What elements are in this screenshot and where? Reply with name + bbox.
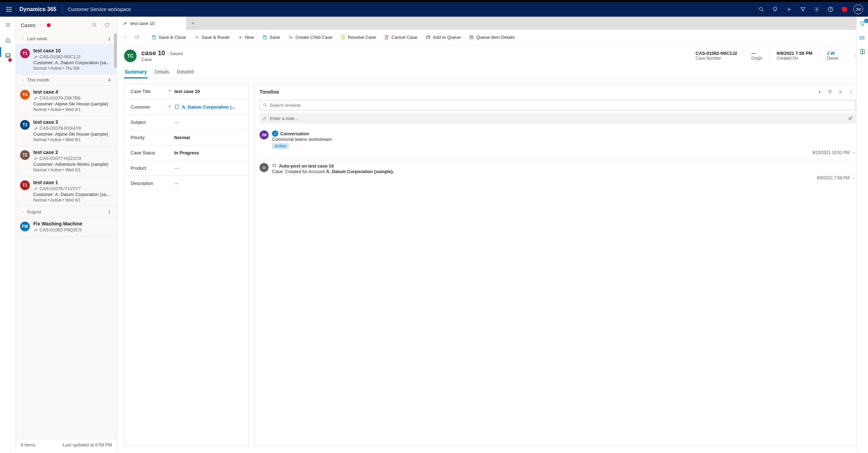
save-route-button[interactable]: Save & Route bbox=[191, 32, 233, 43]
form-row-customer[interactable]: Customer * A. Datum Corporation (... bbox=[124, 99, 248, 115]
resolve-case-button[interactable]: Resolve Case bbox=[337, 32, 379, 43]
form-row-case-title[interactable]: Case Title * test case 10 bbox=[124, 84, 248, 99]
svg-point-9 bbox=[759, 7, 762, 10]
home-button[interactable] bbox=[2, 34, 14, 46]
group-header-this-month[interactable]: This month 4 bbox=[16, 75, 117, 86]
open-new-window-button[interactable] bbox=[132, 32, 142, 43]
case-meta: Normal • Active • Thu 9/9 bbox=[33, 66, 113, 71]
case-list-scroll[interactable]: Last week 1 T1 test case 10 CAS-01082-N0… bbox=[16, 33, 117, 438]
user-menu-button[interactable]: JW bbox=[851, 1, 865, 18]
panel-refresh-button[interactable] bbox=[102, 20, 112, 30]
timeline-item-sub: Communal teams workstream bbox=[272, 137, 856, 142]
help-button[interactable] bbox=[824, 1, 838, 18]
case-item[interactable]: FM Fix Washing Machine CAS-01062-P8Q3C5 bbox=[16, 217, 117, 237]
svg-rect-56 bbox=[263, 167, 265, 169]
svg-point-20 bbox=[93, 23, 96, 26]
group-header-august[interactable]: August 1 bbox=[16, 206, 117, 217]
timeline-search-box[interactable] bbox=[260, 100, 856, 110]
svg-point-14 bbox=[816, 9, 818, 10]
session-tab[interactable]: test case 10 bbox=[117, 17, 186, 30]
meta-owner-label: Owner bbox=[827, 56, 839, 61]
filter-button[interactable] bbox=[796, 1, 810, 18]
svg-point-51 bbox=[850, 90, 851, 91]
smart-assist-button[interactable]: 4 bbox=[857, 19, 868, 29]
form-row-case-status[interactable]: Case Status In Progress bbox=[124, 145, 248, 161]
svg-rect-34 bbox=[427, 36, 430, 39]
save-close-button[interactable]: Save & Close bbox=[148, 32, 190, 43]
group-count: 4 bbox=[108, 77, 112, 83]
workspace-title: Customer Service workspace bbox=[64, 7, 135, 12]
case-item[interactable]: T1 test case 10 CAS-01082-N0C1J2 Custome… bbox=[16, 44, 117, 75]
case-meta: Normal • Active • Wed 9/1 bbox=[33, 168, 113, 172]
form-row-product[interactable]: Product --- bbox=[124, 161, 248, 176]
detail-area: test case 10 Save & Close Save & Route N… bbox=[117, 17, 868, 451]
new-button[interactable]: New bbox=[234, 32, 257, 43]
back-button[interactable] bbox=[120, 32, 130, 43]
assistant-button[interactable] bbox=[768, 1, 782, 18]
case-meta: Normal • Active • Wed 9/1 bbox=[33, 198, 113, 203]
chevron-down-icon[interactable] bbox=[852, 151, 856, 155]
panel-search-button[interactable] bbox=[90, 20, 99, 30]
inbox-icon bbox=[5, 52, 11, 59]
case-item[interactable]: T3 test case 3 CAS-01078-R3X4Y8 Customer… bbox=[16, 116, 117, 146]
case-number: CAS-01078-R3X4Y8 bbox=[40, 126, 81, 131]
timeline-avatar: JW bbox=[260, 130, 269, 139]
tab-summary[interactable]: Summary bbox=[124, 66, 148, 78]
cancel-icon bbox=[384, 35, 389, 40]
chevron-down-icon[interactable] bbox=[852, 176, 856, 180]
svg-point-66 bbox=[860, 37, 860, 38]
wrench-icon bbox=[33, 96, 38, 101]
case-item[interactable]: T1 test case 1 CAS-01076-Y1V3Y7 Customer… bbox=[16, 176, 117, 206]
timeline-add-button[interactable] bbox=[814, 87, 825, 97]
save-button[interactable]: Save bbox=[259, 32, 283, 43]
case-list-panel: Cases Last week 1 T1 test case 10 CAS-01… bbox=[16, 17, 117, 451]
scrollbar[interactable] bbox=[114, 33, 117, 68]
case-title: Fix Washing Machine bbox=[33, 221, 113, 226]
create-child-case-button[interactable]: Create Child Case bbox=[285, 32, 336, 43]
app-launcher-button[interactable] bbox=[3, 7, 15, 12]
presence-indicator[interactable] bbox=[838, 1, 851, 18]
meta-owner-value[interactable]: J W bbox=[827, 51, 839, 56]
search-button[interactable] bbox=[754, 1, 768, 18]
tab-related[interactable]: Related bbox=[176, 66, 194, 78]
timeline-filter-button[interactable] bbox=[825, 87, 835, 97]

group-header-last-week[interactable]: Last week 1 bbox=[16, 33, 117, 44]
timeline-overflow-button[interactable] bbox=[845, 87, 856, 97]
case-item[interactable]: T2 test case 2 CAS-01077-H2Z1C9 Customer… bbox=[16, 146, 117, 176]
panel-title[interactable]: Cases bbox=[21, 22, 36, 28]
timeline-item[interactable]: Auto-post on test case 10 Case: Created … bbox=[260, 160, 856, 185]
plus-icon bbox=[191, 21, 195, 26]
timeline-sort-button[interactable] bbox=[835, 87, 845, 97]
smart-assist-badge: 4 bbox=[864, 19, 868, 23]
form-row-description[interactable]: Description --- bbox=[124, 176, 248, 191]
add-button[interactable] bbox=[782, 1, 796, 18]
case-item[interactable]: T4 test case 4 CAS-01079-Z8K7B8 Customer… bbox=[16, 86, 117, 116]
app-header: Dynamics 365 Customer Service workspace … bbox=[0, 0, 868, 17]
inbox-button[interactable] bbox=[2, 49, 14, 62]
chevron-down-icon bbox=[21, 78, 24, 82]
tab-details[interactable]: Details bbox=[154, 66, 170, 78]
settings-button[interactable] bbox=[810, 1, 824, 18]
plus-icon bbox=[238, 35, 243, 40]
timeline-search-input[interactable] bbox=[270, 103, 853, 108]
case-title: test case 2 bbox=[33, 149, 113, 155]
menu-toggle-button[interactable] bbox=[2, 19, 14, 31]
cancel-case-button[interactable]: Cancel Case bbox=[381, 32, 421, 43]
attachment-icon[interactable] bbox=[848, 116, 853, 121]
timeline-note-box[interactable]: Enter a note... bbox=[260, 113, 856, 123]
queue-item-details-button[interactable]: Queue Item Details bbox=[465, 32, 518, 43]
case-badge: T1 bbox=[20, 49, 30, 58]
form-row-subject[interactable]: Subject --- bbox=[124, 115, 248, 130]
agent-scripts-button[interactable] bbox=[857, 33, 868, 43]
knowledge-button[interactable] bbox=[857, 46, 868, 57]
form-row-priority[interactable]: Priority Normal bbox=[124, 130, 248, 145]
chevron-down-icon[interactable] bbox=[39, 23, 43, 27]
add-to-queue-button[interactable]: Add to Queue bbox=[422, 32, 464, 43]
timeline-item[interactable]: JW Conversation Communal teams workstrea… bbox=[260, 128, 856, 160]
new-tab-button[interactable] bbox=[186, 17, 200, 30]
pivot-tabs: Summary Details Related bbox=[117, 63, 868, 79]
timeline-title: Timeline bbox=[260, 89, 279, 95]
conversation-icon bbox=[272, 130, 278, 137]
case-customer: Customer: Alpine Ski House (sample) bbox=[33, 101, 113, 106]
case-number: CAS-01077-H2Z1C9 bbox=[40, 156, 81, 161]
